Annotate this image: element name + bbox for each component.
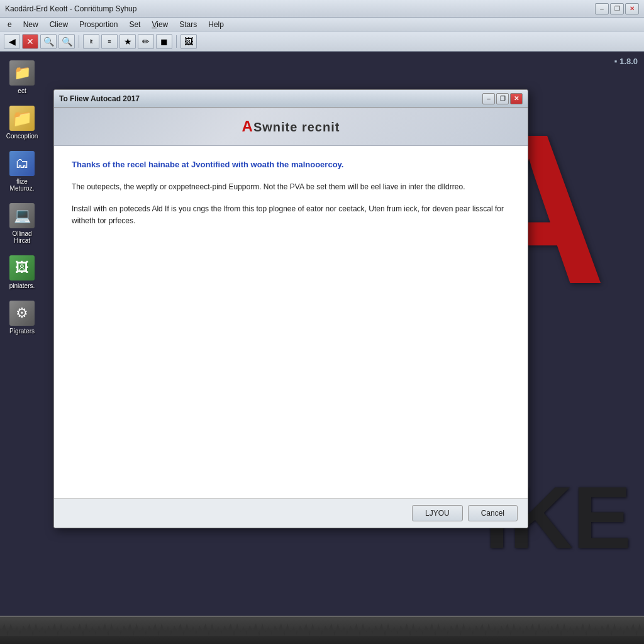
- toolbar-btn-3[interactable]: 🔍: [40, 34, 57, 49]
- icon-pigraters-img: ⚙: [9, 301, 35, 326]
- desktop-icon-concoption[interactable]: 📁 Concoption: [0, 103, 44, 142]
- toolbar: ◀ ✕ 🔍 🔍 it ≡ ★ ✏ ◼ 🖼: [0, 31, 644, 52]
- desktop-icon-ollinad[interactable]: 💻 OllinadHircat: [0, 201, 44, 247]
- menu-item-new[interactable]: New: [18, 19, 43, 30]
- icon-concoption-img: 📁: [9, 106, 35, 131]
- toolbar-btn-1[interactable]: ◀: [4, 34, 20, 49]
- menu-item-e[interactable]: e: [3, 19, 17, 30]
- desktop: A IKE ▪ 1.8.0 📁 ect 📁 Concoption 🗂 flize…: [0, 52, 644, 644]
- icon-ollinad-label: OllinadHircat: [12, 230, 31, 244]
- modal-title-bar: To Fliew Autocad 2017 – ❐ ✕: [54, 90, 528, 108]
- title-bar-left: Kaodärd-Erd Keott - Conriötump Syhup: [5, 4, 136, 13]
- modal-primary-button[interactable]: LJYOU: [412, 505, 463, 521]
- toolbar-btn-9[interactable]: ◼: [156, 34, 172, 49]
- icon-piniaters-img: 🖼: [9, 255, 35, 280]
- modal-footer: LJYOU Cancel: [54, 498, 528, 528]
- menu-item-stars[interactable]: Stars: [174, 19, 202, 30]
- modal-title: To Fliew Autocad 2017: [59, 94, 140, 103]
- menu-item-help[interactable]: Help: [203, 19, 229, 30]
- modal-restore-button[interactable]: ❐: [496, 93, 509, 104]
- modal-blue-text: Thanks of the recel hainabe at Jvontifie…: [72, 158, 510, 171]
- minimize-button[interactable]: –: [595, 3, 609, 14]
- bottom-edge-jagged: [0, 617, 644, 636]
- modal-minimize-button[interactable]: –: [482, 93, 495, 104]
- modal-header: ASwnite recnit: [54, 108, 528, 146]
- icon-concoption-label: Concoption: [6, 133, 38, 140]
- menu-item-cliew[interactable]: Cliew: [45, 19, 73, 30]
- toolbar-separator-1: [79, 35, 79, 48]
- modal-body: Thanks of the recel hainabe at Jvontifie…: [54, 146, 528, 498]
- modal-controls: – ❐ ✕: [482, 93, 523, 104]
- desktop-icon-pigraters[interactable]: ⚙ Pigraters: [0, 298, 44, 337]
- modal-paragraph-2: Install with en poteceds Ald If is you c…: [72, 203, 510, 227]
- bottom-edge: [0, 616, 644, 644]
- menu-item-set[interactable]: Set: [124, 19, 145, 30]
- desktop-icon-project[interactable]: 📁 ect: [0, 58, 44, 97]
- menu-item-view[interactable]: View: [147, 19, 173, 30]
- toolbar-btn-10[interactable]: 🖼: [180, 34, 197, 49]
- icon-project-label: ect: [18, 87, 26, 94]
- toolbar-btn-7[interactable]: ★: [119, 34, 136, 49]
- title-bar: Kaodärd-Erd Keott - Conriötump Syhup – ❐…: [0, 0, 644, 18]
- menu-item-prosportion[interactable]: Prosportion: [74, 19, 123, 30]
- modal-paragraph-1: The outepects, the weptly or oxppetneect…: [72, 181, 510, 193]
- toolbar-btn-5[interactable]: it: [83, 34, 99, 49]
- toolbar-btn-4[interactable]: 🔍: [58, 34, 75, 49]
- modal-header-title: ASwnite recnit: [242, 118, 340, 135]
- icon-pigraters-label: Pigraters: [9, 328, 35, 335]
- icon-flize-label: flizeMeturoz.: [10, 178, 35, 192]
- icon-flize-img: 🗂: [9, 151, 35, 176]
- toolbar-separator-2: [176, 35, 177, 48]
- modal-close-button[interactable]: ✕: [510, 93, 523, 104]
- icon-project-img: 📁: [9, 60, 35, 86]
- icon-ollinad-img: 💻: [9, 203, 35, 228]
- toolbar-btn-2[interactable]: ✕: [22, 34, 38, 49]
- restore-button[interactable]: ❐: [610, 3, 624, 14]
- icon-piniaters-label: piniaters.: [9, 282, 35, 289]
- close-window-button[interactable]: ✕: [625, 3, 639, 14]
- title-controls: – ❐ ✕: [595, 3, 639, 14]
- window-title: Kaodärd-Erd Keott - Conriötump Syhup: [5, 4, 136, 13]
- version-badge: ▪ 1.8.0: [614, 57, 638, 66]
- toolbar-btn-6[interactable]: ≡: [101, 34, 118, 49]
- modal-header-subtitle: Swnite recnit: [253, 120, 340, 134]
- modal-dialog: To Fliew Autocad 2017 – ❐ ✕ ASwnite recn…: [53, 89, 528, 528]
- desktop-icons: 📁 ect 📁 Concoption 🗂 flizeMeturoz. 💻 Oll…: [0, 52, 44, 343]
- modal-header-letter-a: A: [242, 118, 253, 135]
- modal-cancel-button[interactable]: Cancel: [468, 505, 518, 521]
- desktop-icon-piniaters[interactable]: 🖼 piniaters.: [0, 253, 44, 292]
- toolbar-btn-8[interactable]: ✏: [138, 34, 154, 49]
- menu-bar: e New Cliew Prosportion Set View Stars H…: [0, 18, 644, 31]
- desktop-icon-flize[interactable]: 🗂 flizeMeturoz.: [0, 148, 44, 194]
